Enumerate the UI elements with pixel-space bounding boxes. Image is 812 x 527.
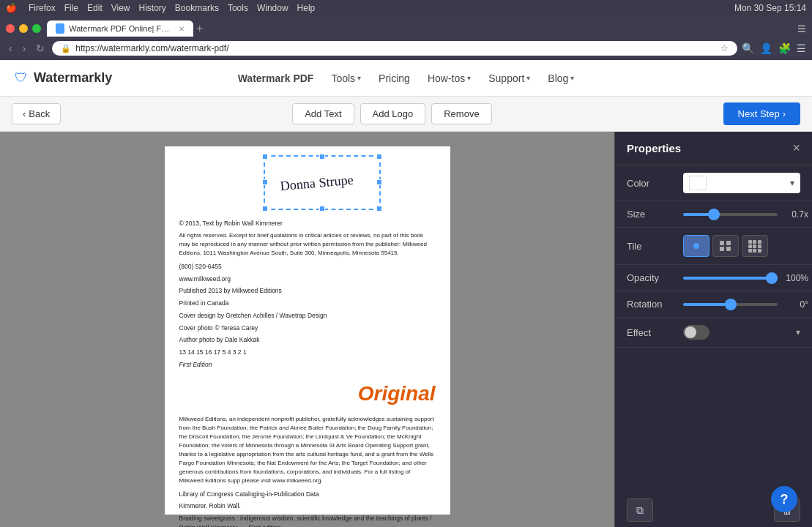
menu-bookmarks[interactable]: Bookmarks (175, 3, 219, 13)
tile-single-button[interactable] (683, 235, 709, 257)
menu-tools[interactable]: Tools (228, 3, 248, 13)
svg-text:Donna Strupe: Donna Strupe (279, 173, 354, 194)
back-button[interactable]: ‹ (6, 41, 15, 56)
size-value: 0.7x (783, 209, 808, 220)
menu-file[interactable]: File (64, 3, 78, 13)
blog-chevron-icon: ▾ (570, 74, 574, 82)
traffic-lights[interactable] (6, 24, 41, 33)
close-window-button[interactable] (6, 24, 15, 33)
add-text-button[interactable]: Add Text (292, 103, 354, 124)
pdf-cover-photo: Cover photo © Teresa Carey (179, 324, 436, 333)
logo-text: Watermarkly (34, 70, 112, 86)
menu-view[interactable]: View (111, 3, 130, 13)
nav-tools[interactable]: Tools ▾ (331, 72, 361, 84)
system-time: Mon 30 Sep 15:14 (734, 3, 806, 13)
tile-2x2-button[interactable] (712, 235, 739, 257)
help-button[interactable]: ? (771, 486, 797, 512)
pdf-rights: All rights reserved. Except for brief qu… (179, 231, 436, 258)
color-swatch[interactable] (689, 176, 707, 190)
forward-button[interactable]: › (20, 41, 29, 56)
pdf-page: Donna Strupe © 2013, Text by Robin Wall … (165, 146, 450, 515)
duplicate-icon: ⧉ (636, 504, 644, 517)
main-nav: Watermark PDF Tools ▾ Pricing How-tos ▾ … (210, 72, 602, 84)
profile-icon[interactable]: 👤 (760, 42, 772, 54)
address-bar[interactable]: 🔒 https://watermarkly.com/watermark-pdf/… (52, 41, 737, 56)
color-row: Color ▾ (615, 165, 812, 201)
panel-header: Properties × (615, 132, 812, 165)
resize-handle-mr[interactable] (376, 179, 382, 185)
effect-toggle-knob (685, 326, 696, 338)
resize-handle-br[interactable] (376, 206, 382, 212)
rotation-slider-wrap: 0° (683, 299, 808, 310)
remove-button[interactable]: Remove (431, 103, 491, 124)
menu-edit[interactable]: Edit (87, 3, 103, 13)
menu-history[interactable]: History (139, 3, 166, 13)
panel-close-button[interactable]: × (792, 141, 800, 156)
main-content: Donna Strupe © 2013, Text by Robin Wall … (0, 132, 812, 527)
resize-handle-tl[interactable] (262, 154, 268, 160)
new-tab-button[interactable]: + (196, 22, 203, 35)
nav-pricing[interactable]: Pricing (379, 72, 410, 84)
address-bar-row: ‹ › ↻ 🔒 https://watermarkly.com/watermar… (6, 41, 806, 56)
fullscreen-window-button[interactable] (32, 24, 41, 33)
tile-label: Tile (627, 241, 674, 252)
effect-chevron-icon: ▾ (796, 327, 800, 337)
color-picker[interactable]: ▾ (683, 173, 800, 193)
mac-menubar: 🍎 Firefox File Edit View History Bookmar… (0, 0, 812, 16)
pdf-first-edition: First Edition (179, 360, 436, 370)
opacity-label: Opacity (627, 272, 674, 283)
tile-grid-3-icon (748, 240, 761, 253)
pdf-cover-design: Cover design by Gretchen Achilles / Wave… (179, 311, 436, 321)
apple-menu[interactable]: 🍎 (6, 3, 17, 13)
size-slider[interactable] (683, 213, 778, 216)
menu-icon[interactable]: ☰ (797, 42, 806, 54)
tools-chevron-icon: ▾ (357, 74, 361, 82)
resize-handle-ml[interactable] (262, 179, 268, 185)
menu-firefox[interactable]: Firefox (29, 3, 56, 13)
search-icon[interactable]: 🔍 (742, 42, 754, 54)
resize-handle-tr[interactable] (376, 154, 382, 160)
extensions-icon[interactable]: 🧩 (778, 42, 791, 54)
color-label: Color (627, 178, 674, 189)
next-chevron-icon: › (783, 108, 786, 119)
menu-help[interactable]: Help (297, 3, 316, 13)
opacity-value: 100% (783, 273, 808, 283)
resize-handle-tm[interactable] (319, 154, 325, 160)
next-step-button[interactable]: Next Step › (723, 102, 800, 125)
sidebar-toggle-icon[interactable]: ☰ (797, 23, 806, 34)
nav-watermark-pdf[interactable]: Watermark PDF (238, 72, 314, 84)
browser-tab-active[interactable]: Watermark PDF Online| Free PD ✕ (47, 20, 193, 37)
duplicate-button[interactable]: ⧉ (627, 498, 653, 522)
bookmark-icon[interactable]: ☆ (720, 43, 729, 53)
nav-support[interactable]: Support ▾ (488, 72, 530, 84)
back-button[interactable]: ‹ Back (12, 103, 61, 124)
reload-button[interactable]: ↻ (33, 41, 48, 56)
url-display: https://watermarkly.com/watermark-pdf/ (75, 43, 716, 53)
pdf-area[interactable]: Donna Strupe © 2013, Text by Robin Wall … (0, 132, 614, 527)
logo-icon: 🛡 (15, 70, 28, 86)
menu-window[interactable]: Window (257, 3, 288, 13)
add-logo-button[interactable]: Add Logo (360, 103, 426, 124)
rotation-row: Rotation 0° (615, 291, 812, 318)
pdf-copyright: © 2013, Text by Robin Wall Kimmerer (179, 219, 436, 228)
tile-grid-2-icon (720, 241, 731, 251)
howtos-chevron-icon: ▾ (467, 74, 471, 82)
opacity-slider[interactable] (683, 277, 778, 280)
tab-bar: Watermark PDF Online| Free PD ✕ + (47, 20, 791, 37)
panel-title: Properties (627, 142, 681, 154)
pdf-kimmerer: Kimmerer, Robin Wall. (179, 501, 436, 511)
tile-row: Tile (615, 228, 812, 265)
minimize-window-button[interactable] (19, 24, 28, 33)
watermark-overlay[interactable]: Donna Strupe (264, 155, 381, 210)
rotation-value: 0° (783, 299, 808, 310)
resize-handle-bl[interactable] (262, 206, 268, 212)
nav-howtos[interactable]: How-tos ▾ (428, 72, 471, 84)
resize-handle-bm[interactable] (319, 206, 325, 212)
tile-3x3-button[interactable] (742, 235, 768, 257)
nav-blog[interactable]: Blog ▾ (548, 72, 574, 84)
pdf-printed: Printed in Canada (179, 299, 436, 308)
tab-close-button[interactable]: ✕ (179, 25, 185, 33)
rotation-slider[interactable] (683, 303, 778, 306)
rotation-label: Rotation (627, 299, 674, 310)
effect-toggle[interactable] (683, 325, 709, 340)
